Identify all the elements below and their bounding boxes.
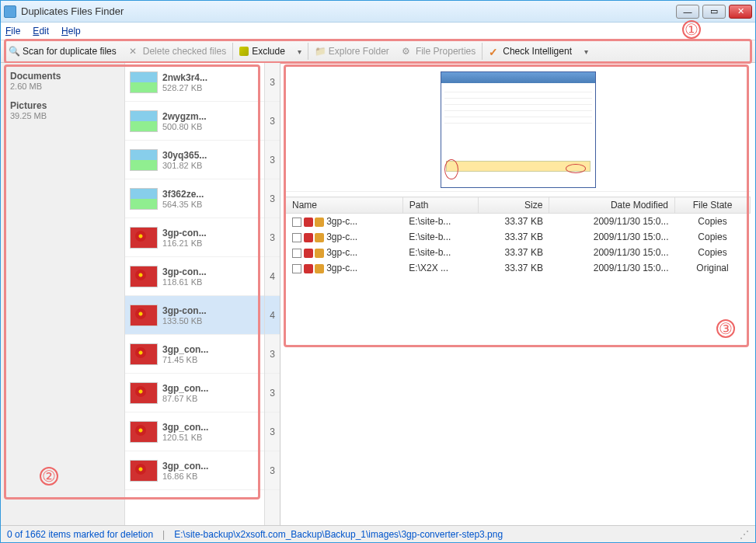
duplicate-count: 4 xyxy=(265,296,280,335)
file-properties-button[interactable]: File Properties xyxy=(395,44,482,59)
duplicates-table[interactable]: Name Path Size Date Modified File State … xyxy=(285,197,751,520)
scan-button[interactable]: Scan for duplicate files xyxy=(2,44,123,59)
file-thumbnail-list[interactable]: 2nwk3r4...528.27 KB2wygzm...500.80 KB30y… xyxy=(125,63,264,525)
row-checkbox[interactable] xyxy=(292,249,301,258)
row-checkbox[interactable] xyxy=(292,218,301,227)
file-size: 133.50 KB xyxy=(162,316,260,325)
check-intelligent-dropdown[interactable]: Check Intelligent xyxy=(483,44,594,59)
file-item[interactable]: 30yq365...301.82 KB xyxy=(125,141,264,179)
cell-state: Copies xyxy=(675,245,751,260)
cell-date: 2009/11/30 15:0... xyxy=(549,214,675,230)
row-checkbox[interactable] xyxy=(292,264,301,273)
file-type-icon xyxy=(304,218,324,227)
delete-icon xyxy=(129,46,140,57)
row-checkbox[interactable] xyxy=(292,233,301,242)
file-item[interactable]: 3gp_con...87.67 KB xyxy=(125,374,264,412)
column-path[interactable]: Path xyxy=(402,197,478,214)
table-row[interactable]: 3gp-c...E:\site-b...33.37 KB2009/11/30 1… xyxy=(286,245,751,260)
duplicate-count: 3 xyxy=(265,374,280,412)
file-thumbnail xyxy=(130,305,158,326)
folder-exclude-icon xyxy=(239,47,249,56)
cell-date: 2009/11/30 15:0... xyxy=(549,260,675,276)
file-thumbnail xyxy=(130,149,158,171)
properties-icon xyxy=(402,46,413,57)
column-size[interactable]: Size xyxy=(478,197,549,214)
left-pane: Documents 2.60 MB Pictures 39.25 MB 2nwk… xyxy=(1,63,280,525)
duplicate-count: 4 xyxy=(265,257,280,296)
file-item[interactable]: 3gp-con...118.61 KB xyxy=(125,257,264,296)
file-item[interactable]: 3gp-con...133.50 KB xyxy=(125,296,264,335)
file-thumbnail xyxy=(130,382,158,404)
file-thumbnail xyxy=(130,343,158,365)
file-size: 71.45 KB xyxy=(162,355,260,364)
toolbar: Scan for duplicate files Delete checked … xyxy=(1,40,755,63)
column-name[interactable]: Name xyxy=(286,197,403,214)
maximize-button[interactable]: ▭ xyxy=(702,5,726,19)
status-file-path: E:\site-backup\x2xsoft.com_Backup\Backup… xyxy=(174,529,503,540)
app-window: Duplicates Files Finder — ▭ ✕ File Edit … xyxy=(0,0,756,543)
delete-checked-button[interactable]: Delete checked files xyxy=(123,44,232,59)
folder-item-pictures[interactable]: Pictures 39.25 MB xyxy=(1,96,124,125)
file-item[interactable]: 3gp_con...71.45 KB xyxy=(125,335,264,374)
explore-folder-button[interactable]: Explore Folder xyxy=(308,44,395,59)
column-state[interactable]: File State xyxy=(675,197,751,214)
exclude-dropdown[interactable]: Exclude xyxy=(233,44,308,59)
file-thumbnail xyxy=(130,421,158,443)
file-item[interactable]: 3gp_con...120.51 KB xyxy=(125,412,264,451)
folder-name: Pictures xyxy=(10,100,115,111)
window-title: Duplicates Files Finder xyxy=(21,5,676,17)
right-pane: Name Path Size Date Modified File State … xyxy=(280,63,755,525)
folder-name: Documents xyxy=(10,71,115,82)
cell-name: 3gp-c... xyxy=(326,216,357,227)
file-item[interactable]: 3f362ze...564.35 KB xyxy=(125,179,264,218)
file-thumbnail xyxy=(130,227,158,249)
menu-help[interactable]: Help xyxy=(61,26,81,37)
close-button[interactable]: ✕ xyxy=(729,5,752,19)
cell-date: 2009/11/30 15:0... xyxy=(549,245,675,260)
cell-name: 3gp-c... xyxy=(326,263,357,273)
cell-date: 2009/11/30 15:0... xyxy=(549,229,675,245)
file-thumbnail xyxy=(130,266,158,287)
menu-edit[interactable]: Edit xyxy=(33,26,49,37)
duplicate-count: 3 xyxy=(265,412,280,451)
cell-path: E:\site-b... xyxy=(402,229,478,245)
file-thumbnail xyxy=(130,71,158,93)
duplicate-count: 3 xyxy=(265,141,280,179)
file-item[interactable]: 3gp-con...116.21 KB xyxy=(125,218,264,257)
preview-image xyxy=(441,71,596,188)
file-name: 3gp_con... xyxy=(162,383,260,394)
file-type-icon xyxy=(304,249,324,258)
table-row[interactable]: 3gp-c...E:\X2X ...33.37 KB2009/11/30 15:… xyxy=(286,260,751,276)
folder-size: 39.25 MB xyxy=(10,111,115,120)
preview-area xyxy=(285,68,751,192)
column-date[interactable]: Date Modified xyxy=(549,197,675,214)
cell-state: Original xyxy=(675,260,751,276)
table-row[interactable]: 3gp-c...E:\site-b...33.37 KB2009/11/30 1… xyxy=(286,229,751,245)
file-item[interactable]: 2nwk3r4...528.27 KB xyxy=(125,63,264,102)
file-size: 116.21 KB xyxy=(162,238,260,248)
folder-item-documents[interactable]: Documents 2.60 MB xyxy=(1,66,124,96)
menubar: File Edit Help xyxy=(1,23,755,40)
minimize-button[interactable]: — xyxy=(676,5,699,19)
file-size: 120.51 KB xyxy=(162,433,260,442)
app-icon xyxy=(4,5,16,18)
file-size: 528.27 KB xyxy=(162,83,260,92)
duplicate-count: 3 xyxy=(265,451,280,490)
table-row[interactable]: 3gp-c...E:\site-b...33.37 KB2009/11/30 1… xyxy=(286,214,751,230)
file-size: 564.35 KB xyxy=(162,200,260,209)
file-item[interactable]: 2wygzm...500.80 KB xyxy=(125,102,264,141)
menu-file[interactable]: File xyxy=(5,26,20,37)
file-size: 16.86 KB xyxy=(162,472,260,481)
search-icon xyxy=(9,46,19,57)
cell-size: 33.37 KB xyxy=(478,260,549,276)
file-size: 87.67 KB xyxy=(162,394,260,403)
file-name: 2wygzm... xyxy=(162,111,260,122)
file-name: 3gp-con... xyxy=(162,305,260,316)
file-name: 3gp-con... xyxy=(162,228,260,238)
file-type-icon xyxy=(304,264,324,273)
resize-grip[interactable]: ⋰ xyxy=(740,529,749,540)
file-item[interactable]: 3gp_con...16.86 KB xyxy=(125,451,264,490)
file-size: 118.61 KB xyxy=(162,277,260,287)
check-icon xyxy=(489,46,500,57)
file-thumbnail xyxy=(130,460,158,482)
